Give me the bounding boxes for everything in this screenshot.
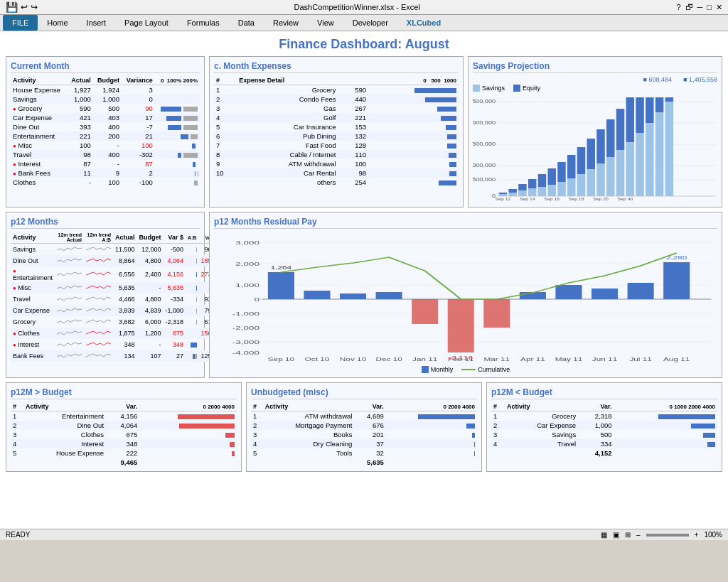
svg-rect-15 bbox=[528, 188, 536, 196]
redo-icon[interactable]: ↪ bbox=[31, 2, 38, 12]
zoom-slider[interactable] bbox=[646, 534, 689, 537]
p12m-over-row: 5 House Expense 222 bbox=[11, 448, 237, 458]
tab-developer[interactable]: Developer bbox=[343, 15, 397, 31]
me-value: 221 bbox=[338, 113, 369, 122]
p12-actual: 6,556 bbox=[113, 266, 137, 282]
cm-actual: 98 bbox=[67, 150, 92, 159]
maximize-icon[interactable]: □ bbox=[707, 3, 712, 11]
over-var: 222 bbox=[106, 448, 139, 458]
over-col-activity: Activity bbox=[23, 402, 106, 411]
zoom-in-icon[interactable]: + bbox=[695, 531, 699, 539]
cm-variance: -302 bbox=[122, 150, 155, 159]
cm-variance: 3 bbox=[122, 85, 155, 95]
cm-bar bbox=[155, 150, 200, 159]
cm-actual: 1,927 bbox=[67, 85, 92, 95]
me-value: 100 bbox=[338, 159, 369, 168]
tab-xlcubed[interactable]: XLCubed bbox=[397, 15, 450, 31]
unbudg-var: 201 bbox=[354, 430, 385, 439]
me-value: 153 bbox=[338, 122, 369, 131]
svg-text:1,264: 1,264 bbox=[271, 265, 292, 271]
savings-legend: Savings Equity bbox=[473, 85, 717, 92]
under-col-bar: 0 1000 2000 4000 bbox=[614, 402, 718, 411]
tab-formulas[interactable]: Formulas bbox=[178, 15, 229, 31]
legend-equity: Equity bbox=[513, 85, 540, 92]
svg-rect-45 bbox=[646, 97, 653, 123]
cm-name: House Expense bbox=[11, 85, 67, 95]
p12m-over-row: 3 Clothes 675 bbox=[11, 430, 237, 439]
p12m-under-row: 4 Travel 334 bbox=[491, 439, 717, 448]
p12m-under-rows: 1 Grocery 2,318 2 Car Expense 1,000 3 Sa… bbox=[491, 411, 717, 449]
minimize-icon[interactable]: ─ bbox=[697, 3, 703, 11]
svg-rect-43 bbox=[626, 97, 634, 142]
under-col-var: Var. bbox=[578, 402, 614, 411]
cm-name: Car Expense bbox=[11, 113, 67, 122]
svg-rect-26 bbox=[636, 133, 643, 196]
restore-icon[interactable]: 🗗 bbox=[685, 3, 693, 11]
month-expense-row: 8 Cable / Internet 110 bbox=[214, 150, 459, 159]
cm-name: ● Grocery bbox=[11, 104, 67, 113]
tab-data[interactable]: Data bbox=[229, 15, 264, 31]
save-icon[interactable]: 💾 bbox=[6, 1, 18, 13]
me-name: Condo Fees bbox=[237, 95, 338, 104]
unbudg-var: 37 bbox=[354, 439, 385, 448]
over-name: Interest bbox=[23, 439, 106, 448]
cm-name: Dine Out bbox=[11, 122, 67, 131]
p12m-under-row: 3 Savings 500 bbox=[491, 430, 717, 439]
svg-rect-74 bbox=[412, 299, 438, 324]
cm-actual: 590 bbox=[67, 104, 92, 113]
under-bar bbox=[614, 421, 718, 430]
tab-insert[interactable]: Insert bbox=[77, 15, 116, 31]
tab-review[interactable]: Review bbox=[264, 15, 308, 31]
cm-variance: -100 bbox=[122, 178, 155, 187]
me-value: 132 bbox=[338, 131, 369, 141]
month-expense-row: 1 Grocery 590 bbox=[214, 85, 459, 95]
cm-bar bbox=[155, 131, 200, 141]
undo-icon[interactable]: ↩ bbox=[21, 2, 28, 12]
close-icon[interactable]: ✕ bbox=[716, 3, 722, 12]
me-num: 4 bbox=[214, 113, 237, 122]
cumulative-legend-label: Cumulative bbox=[478, 366, 510, 373]
over-total-bar bbox=[139, 458, 237, 467]
view-page-icon[interactable]: ⊞ bbox=[625, 531, 631, 539]
tab-view[interactable]: View bbox=[308, 15, 343, 31]
cm-actual: - bbox=[67, 178, 92, 187]
over-name: Dine Out bbox=[23, 421, 106, 430]
p12m-under-budget-panel: p12M < Budget # Activity Var. 0 1000 200… bbox=[486, 382, 722, 472]
current-month-row: Savings 1,000 1,000 0 bbox=[11, 95, 200, 104]
main-content: Finance Dashboard: August Current Positi… bbox=[0, 31, 728, 529]
current-month-row: ● Interest 87 - 87 bbox=[11, 159, 200, 168]
cm-actual: 100 bbox=[67, 141, 92, 150]
zoom-out-icon[interactable]: – bbox=[636, 531, 641, 539]
p12-months-title: p12 Months bbox=[11, 217, 200, 229]
svg-rect-22 bbox=[596, 163, 604, 196]
p12-name: ● Clothes bbox=[11, 328, 55, 339]
month-expense-row: 7 Fast Food 128 bbox=[214, 141, 459, 150]
tab-file[interactable]: FILE bbox=[3, 15, 38, 31]
cm-name: Entertainment bbox=[11, 131, 67, 141]
me-name: ATM withdrawal bbox=[237, 159, 338, 168]
me-value: 267 bbox=[338, 104, 369, 113]
svg-text:-3,000: -3,000 bbox=[232, 339, 259, 345]
view-layout-icon[interactable]: ▣ bbox=[613, 531, 619, 539]
help-icon[interactable]: ? bbox=[676, 3, 680, 11]
unbudgeted-rows: 1 ATM withdrawal 4,689 2 Mortgage Paymen… bbox=[251, 411, 477, 458]
svg-text:Sep 10: Sep 10 bbox=[268, 357, 295, 362]
svg-rect-73 bbox=[376, 292, 402, 299]
cm-variance: 21 bbox=[122, 131, 155, 141]
me-name: Golf bbox=[237, 113, 338, 122]
svg-rect-82 bbox=[663, 262, 690, 299]
view-normal-icon[interactable]: ▦ bbox=[601, 531, 607, 539]
me-bar bbox=[368, 95, 459, 104]
under-name: Car Expense bbox=[505, 421, 578, 430]
cm-variance: 2 bbox=[122, 168, 155, 178]
current-month-row: Entertainment 221 200 21 bbox=[11, 131, 200, 141]
tab-home[interactable]: Home bbox=[38, 15, 77, 31]
cm-budget: 9 bbox=[93, 168, 122, 178]
p12-trend-ab bbox=[84, 255, 113, 266]
unbudg-var: 32 bbox=[354, 448, 385, 458]
p12-name: Grocery bbox=[11, 316, 55, 328]
p12-budget: 6,000 bbox=[137, 316, 164, 328]
svg-rect-19 bbox=[567, 178, 575, 196]
under-var: 500 bbox=[578, 430, 614, 439]
tab-page-layout[interactable]: Page Layout bbox=[115, 15, 178, 31]
